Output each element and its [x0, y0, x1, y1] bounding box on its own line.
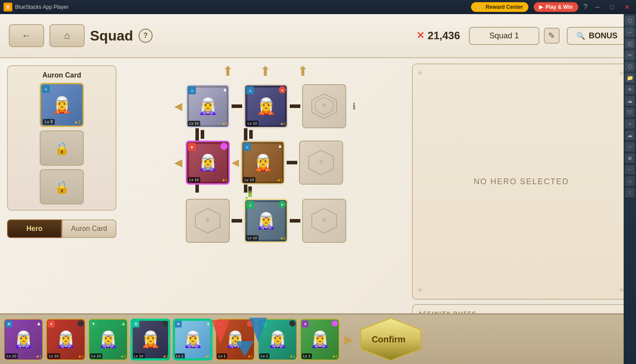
bottom-list-right-arrow[interactable]: ▶: [344, 332, 354, 347]
back-button[interactable]: ←: [9, 24, 44, 47]
hero7-level: Lv 1: [302, 353, 312, 359]
v-conn-1: [201, 130, 204, 139]
bottom-hero-1[interactable]: 🧝‍♀️ ♦ Lv 10 ★2: [46, 319, 86, 360]
bottom-hero-4[interactable]: 🧝‍♀️ ⚔ ▲ Lv 1 ★3 ▶: [173, 319, 213, 360]
bottom-hero-2[interactable]: 🧝‍♀️ ✦ ▲ Lv 10 ★2: [88, 319, 128, 360]
hero0-scroll: ▲: [36, 320, 41, 327]
grid-slot-3[interactable]: ♦ 🧝‍♀️ Lv 10 ★2: [186, 141, 230, 185]
side-btn-1[interactable]: ⬡: [625, 16, 635, 26]
minimize-btn[interactable]: ─: [593, 3, 602, 11]
play-win-btn[interactable]: ▶ Play & Win: [534, 2, 578, 12]
side-btn-15[interactable]: ⌂: [625, 176, 635, 186]
slot0-stars: ★3: [222, 122, 228, 126]
confirm-btn-wrapper: Confirm: [360, 317, 417, 361]
hero7-stars: ★1: [332, 354, 338, 359]
edit-squad-button[interactable]: ✎: [544, 28, 560, 44]
lock-icon-2: 🔒: [54, 180, 70, 194]
grid-slot-5[interactable]: ⚜: [299, 141, 343, 185]
hero3-level: Lv 10: [132, 353, 145, 359]
currency-display: ✕ 21,436: [416, 30, 460, 42]
help-button[interactable]: ?: [138, 29, 153, 43]
empty-slot-emblem: ⚜: [311, 93, 337, 119]
top-bar: ← ⌂ Squad ? ✕ 21,436 Squad 1 ✎ 🔍 BONUS: [0, 14, 636, 58]
bottom-hero-5[interactable]: 🧝‍♀️ ♦ Lv 1 ★1: [215, 319, 255, 360]
left-arrow-icon[interactable]: ◀: [174, 100, 182, 112]
reward-center-btn[interactable]: 👑 Reward Center: [471, 2, 528, 12]
side-btn-9[interactable]: 🛡: [625, 108, 635, 117]
squad-selector[interactable]: Squad 1: [469, 27, 539, 45]
hero0-level: Lv 10: [5, 353, 18, 359]
home-button[interactable]: ⌂: [49, 24, 85, 47]
grid-slot-0[interactable]: ⚔ ▲ 🧝‍♀️ Lv 10 ★3: [186, 84, 230, 128]
left-arrow-slot5[interactable]: ◀: [232, 157, 239, 168]
slot3-level: Lv 10: [188, 177, 200, 182]
up-arrow-3[interactable]: ⬆: [297, 63, 308, 79]
hero-tab[interactable]: Hero: [7, 219, 62, 238]
grid-slot-4[interactable]: ⚔ ▲ 🧝 Lv 10 ★1: [241, 141, 285, 185]
grid-slot-2[interactable]: ⚜: [302, 84, 346, 128]
grid-slot-7[interactable]: ⚔ ● 🧝‍♀️ Lv 10 ★3: [244, 199, 288, 243]
help-icon-titlebar[interactable]: ?: [584, 3, 587, 11]
confirm-button[interactable]: Confirm: [367, 334, 411, 345]
side-btn-11[interactable]: ☁: [625, 130, 635, 140]
auron-card-tab[interactable]: Auron Card: [62, 219, 116, 238]
grid-row-2: ◀ ♦ 🧝‍♀️ Lv 10 ★2 ◀ ⚔ ▲ 🧝 Lv 10 ★1: [174, 139, 356, 186]
restore-btn[interactable]: □: [608, 3, 617, 11]
hero5-stars: ★1: [247, 354, 253, 359]
up-arrow-1[interactable]: ⬆: [222, 63, 233, 79]
up-arrows-row: ⬆ ⬆ ⬆: [222, 63, 308, 79]
h-connector-8: [290, 219, 300, 223]
slot7-level: Lv 10: [246, 235, 258, 241]
corner-ornament-tl: ✦: [416, 68, 425, 78]
corner-ornament-bl: ✦: [416, 285, 425, 295]
side-btn-10[interactable]: ○: [625, 119, 635, 129]
side-btn-13[interactable]: ⊕: [625, 153, 635, 163]
app-icon: B: [4, 3, 12, 11]
side-btn-2[interactable]: ↔: [625, 27, 635, 37]
grid-slot-8[interactable]: ⚜: [302, 199, 346, 243]
bonus-button[interactable]: 🔍 BONUS: [567, 27, 627, 45]
side-btn-5[interactable]: ⬡: [625, 62, 635, 71]
lock-slot-2[interactable]: 🔒: [40, 169, 84, 204]
side-btn-16[interactable]: ↕: [625, 188, 635, 197]
hero3-left-arrow: ◀: [131, 334, 132, 345]
search-icon: 🔍: [576, 32, 585, 40]
hero5-level: Lv 1: [217, 353, 227, 359]
svg-text:⚜: ⚜: [205, 216, 211, 224]
close-btn[interactable]: ✕: [622, 3, 632, 11]
hero-detail-area: ✦ ✦ ✦ ✦ NO HERO SELECTED: [412, 63, 631, 300]
h-connector-2: [290, 104, 300, 108]
auron-card-title: Auron Card: [42, 71, 81, 79]
slot3-stars: ★2: [222, 178, 228, 182]
side-btn-4[interactable]: ✂: [625, 50, 635, 60]
bottom-hero-7[interactable]: 🧝‍♀️ ♦ Lv 1 ★1: [300, 319, 340, 360]
grid-slot-1[interactable]: ⚔ ● 🧝 Lv 10 ★1: [244, 84, 288, 128]
bottom-hero-3[interactable]: 🧝 ⚔ Lv 10 ★2 ◀ ▶: [131, 319, 170, 360]
side-btn-8[interactable]: ☁: [625, 96, 635, 106]
side-btn-6[interactable]: 📁: [625, 73, 635, 83]
svg-text:⚜: ⚜: [321, 216, 327, 224]
up-arrow-2[interactable]: ⬆: [260, 63, 271, 79]
left-arrow-row2[interactable]: ◀: [174, 156, 182, 169]
hero2-scroll: ▲: [121, 320, 126, 327]
slot7-stars: ★3: [280, 236, 286, 241]
hero0-stars: ★1: [36, 354, 41, 359]
grid-slot-6[interactable]: ⚜: [186, 199, 230, 243]
v-connectors-row2: [182, 186, 356, 197]
hero1-badge: [78, 320, 84, 327]
side-btn-3[interactable]: ◱: [625, 39, 635, 48]
side-btn-7[interactable]: ✈: [625, 85, 635, 94]
h-connector-5: [287, 161, 297, 164]
hero4-scroll: ▲: [206, 320, 211, 327]
lock-slot-1[interactable]: 🔒: [40, 130, 84, 166]
side-btn-14[interactable]: ←: [625, 165, 635, 175]
hero1-elem: ♦: [48, 320, 55, 327]
edit-icon: ✎: [548, 31, 555, 41]
side-btn-12[interactable]: ○: [625, 142, 635, 152]
slot1-stars: ★1: [280, 122, 286, 126]
bottom-hero-6[interactable]: 🧝‍♀️ ✦ Lv 1 ★1: [258, 319, 297, 360]
slot4-stars: ★1: [277, 178, 283, 182]
auron-card-slot[interactable]: 🧝 Lv 8 ★2 ⚔: [40, 83, 84, 127]
info-button[interactable]: ℹ: [352, 101, 356, 111]
bottom-hero-0[interactable]: 🧝‍♀️ ⚔ ▲ Lv 10 ★1: [4, 319, 43, 360]
